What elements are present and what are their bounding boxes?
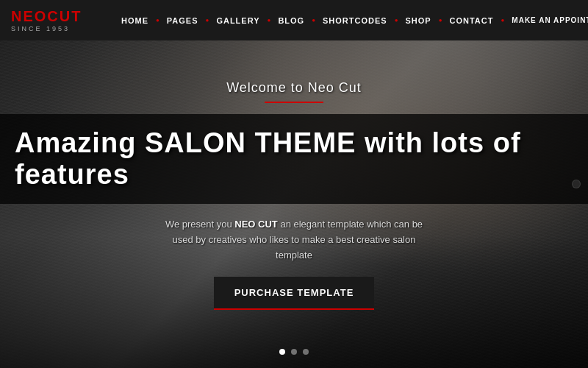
hero-section: Welcome to Neo Cut Amazing SALON THEME w… [0,0,588,368]
nav-item-shop[interactable]: SHOP [398,16,438,25]
dot-3[interactable] [303,349,309,355]
logo-cut: CUT [47,8,82,24]
nav-item-blog[interactable]: BLOG [270,16,312,25]
nav-item-home[interactable]: HOME [114,16,156,25]
hero-subtitle-underline [265,102,323,103]
logo-since: SINCE 1953 [11,25,70,32]
hero-title-band: Amazing SALON THEME with lots of feature… [0,114,588,204]
nav-item-contact[interactable]: CONTACT [442,16,501,25]
nav-item-shortcodes[interactable]: SHORTCODES [315,16,395,25]
hero-title: Amazing SALON THEME with lots of feature… [15,127,573,191]
purchase-template-button[interactable]: Purchase Template [214,277,375,310]
nav-item-gallery[interactable]: GALLERY [209,16,267,25]
nav-item-pages[interactable]: PAGES [159,16,206,25]
nav-links: HOME ● PAGES ● GALLERY ● BLOG ● SHORTCOD… [114,16,588,25]
hero-content: Welcome to Neo Cut Amazing SALON THEME w… [0,0,588,368]
dot-2[interactable] [291,349,297,355]
dot-1[interactable] [279,349,285,355]
hero-subtitle: Welcome to Neo Cut [226,80,362,96]
logo-neo: NEO [11,8,47,24]
logo-text: NEOCUT [11,9,82,24]
navbar: NEOCUT SINCE 1953 HOME ● PAGES ● GALLERY… [0,0,588,40]
logo[interactable]: NEOCUT SINCE 1953 [11,9,92,32]
hero-dots [279,349,309,355]
nav-item-appointment[interactable]: MAKE AN APPOINTMENT [504,16,588,24]
hero-description: We present you NEO CUT an elegant templa… [154,217,434,263]
